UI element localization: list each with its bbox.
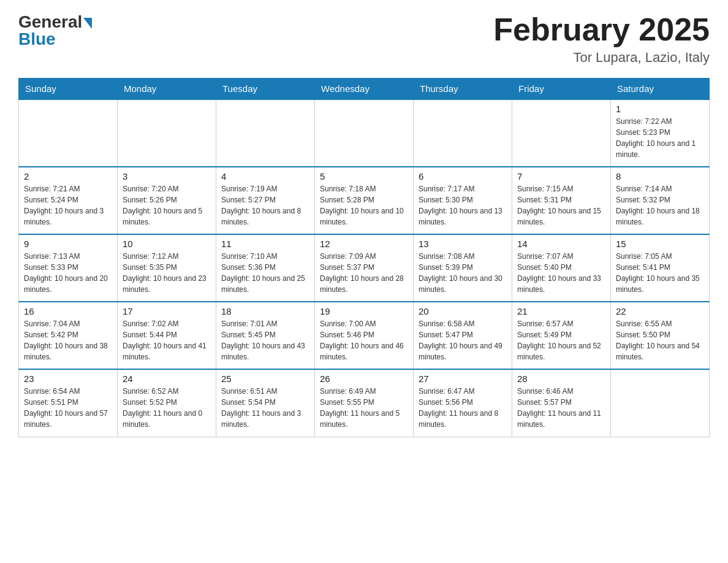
day-info: Sunrise: 7:21 AMSunset: 5:24 PMDaylight:… [24, 183, 112, 228]
day-number: 17 [123, 306, 211, 316]
week-row-1: 1Sunrise: 7:22 AMSunset: 5:23 PMDaylight… [19, 99, 710, 167]
day-cell: 7Sunrise: 7:15 AMSunset: 5:31 PMDaylight… [512, 167, 611, 234]
day-cell [611, 369, 710, 437]
day-cell [512, 99, 611, 167]
day-info: Sunrise: 6:52 AMSunset: 5:52 PMDaylight:… [123, 386, 211, 430]
day-number: 27 [419, 373, 507, 384]
day-number: 5 [320, 171, 408, 182]
day-cell: 13Sunrise: 7:08 AMSunset: 5:39 PMDayligh… [414, 234, 512, 302]
logo: General Blue [18, 12, 92, 49]
day-cell: 22Sunrise: 6:55 AMSunset: 5:50 PMDayligh… [611, 302, 710, 369]
day-info: Sunrise: 7:10 AMSunset: 5:36 PMDaylight:… [221, 251, 309, 295]
title-block: February 2025 Tor Lupara, Lazio, Italy [493, 12, 710, 66]
day-cell: 5Sunrise: 7:18 AMSunset: 5:28 PMDaylight… [315, 167, 414, 234]
day-info: Sunrise: 7:18 AMSunset: 5:28 PMDaylight:… [320, 183, 408, 228]
day-cell: 17Sunrise: 7:02 AMSunset: 5:44 PMDayligh… [118, 302, 216, 369]
day-cell: 14Sunrise: 7:07 AMSunset: 5:40 PMDayligh… [512, 234, 611, 302]
col-monday: Monday [118, 79, 216, 100]
day-info: Sunrise: 6:46 AMSunset: 5:57 PMDaylight:… [517, 386, 605, 430]
day-info: Sunrise: 7:00 AMSunset: 5:46 PMDaylight:… [320, 318, 408, 362]
logo-arrow-icon [83, 18, 92, 29]
day-number: 12 [320, 239, 408, 249]
day-info: Sunrise: 7:08 AMSunset: 5:39 PMDaylight:… [419, 251, 507, 295]
day-number: 24 [123, 373, 211, 384]
day-cell: 26Sunrise: 6:49 AMSunset: 5:55 PMDayligh… [315, 369, 414, 437]
day-info: Sunrise: 7:20 AMSunset: 5:26 PMDaylight:… [123, 183, 211, 228]
day-cell [414, 99, 512, 167]
calendar-table: Sunday Monday Tuesday Wednesday Thursday… [18, 78, 710, 437]
day-cell: 11Sunrise: 7:10 AMSunset: 5:36 PMDayligh… [216, 234, 315, 302]
col-thursday: Thursday [414, 79, 512, 100]
col-saturday: Saturday [611, 79, 710, 100]
day-info: Sunrise: 6:58 AMSunset: 5:47 PMDaylight:… [419, 318, 507, 362]
day-number: 3 [123, 171, 211, 182]
day-cell: 3Sunrise: 7:20 AMSunset: 5:26 PMDaylight… [118, 167, 216, 234]
col-sunday: Sunday [19, 79, 118, 100]
day-cell: 8Sunrise: 7:14 AMSunset: 5:32 PMDaylight… [611, 167, 710, 234]
day-cell [315, 99, 414, 167]
day-info: Sunrise: 7:04 AMSunset: 5:42 PMDaylight:… [24, 318, 112, 362]
week-row-4: 16Sunrise: 7:04 AMSunset: 5:42 PMDayligh… [19, 302, 710, 369]
week-row-5: 23Sunrise: 6:54 AMSunset: 5:51 PMDayligh… [19, 369, 710, 437]
col-tuesday: Tuesday [216, 79, 315, 100]
day-cell: 18Sunrise: 7:01 AMSunset: 5:45 PMDayligh… [216, 302, 315, 369]
day-number: 4 [221, 171, 309, 182]
day-number: 11 [221, 239, 309, 249]
calendar-subtitle: Tor Lupara, Lazio, Italy [493, 50, 710, 66]
day-info: Sunrise: 6:57 AMSunset: 5:49 PMDaylight:… [517, 318, 605, 362]
day-cell: 12Sunrise: 7:09 AMSunset: 5:37 PMDayligh… [315, 234, 414, 302]
day-info: Sunrise: 7:13 AMSunset: 5:33 PMDaylight:… [24, 251, 112, 295]
day-info: Sunrise: 7:22 AMSunset: 5:23 PMDaylight:… [616, 116, 704, 160]
day-number: 23 [24, 373, 112, 384]
day-info: Sunrise: 7:15 AMSunset: 5:31 PMDaylight:… [517, 183, 605, 228]
logo-blue-text: Blue [18, 29, 56, 49]
day-cell: 20Sunrise: 6:58 AMSunset: 5:47 PMDayligh… [414, 302, 512, 369]
day-number: 10 [123, 239, 211, 249]
day-cell: 28Sunrise: 6:46 AMSunset: 5:57 PMDayligh… [512, 369, 611, 437]
col-friday: Friday [512, 79, 611, 100]
day-cell: 21Sunrise: 6:57 AMSunset: 5:49 PMDayligh… [512, 302, 611, 369]
day-number: 21 [517, 306, 605, 316]
day-number: 25 [221, 373, 309, 384]
day-cell [19, 99, 118, 167]
day-number: 16 [24, 306, 112, 316]
day-number: 9 [24, 239, 112, 249]
day-number: 18 [221, 306, 309, 316]
day-cell: 19Sunrise: 7:00 AMSunset: 5:46 PMDayligh… [315, 302, 414, 369]
day-cell: 24Sunrise: 6:52 AMSunset: 5:52 PMDayligh… [118, 369, 216, 437]
day-cell: 16Sunrise: 7:04 AMSunset: 5:42 PMDayligh… [19, 302, 118, 369]
day-number: 14 [517, 239, 605, 249]
week-row-3: 9Sunrise: 7:13 AMSunset: 5:33 PMDaylight… [19, 234, 710, 302]
day-info: Sunrise: 6:51 AMSunset: 5:54 PMDaylight:… [221, 386, 309, 430]
week-row-2: 2Sunrise: 7:21 AMSunset: 5:24 PMDaylight… [19, 167, 710, 234]
day-cell: 27Sunrise: 6:47 AMSunset: 5:56 PMDayligh… [414, 369, 512, 437]
day-number: 1 [616, 104, 704, 114]
calendar-header-row: Sunday Monday Tuesday Wednesday Thursday… [19, 79, 710, 100]
day-info: Sunrise: 7:12 AMSunset: 5:35 PMDaylight:… [123, 251, 211, 295]
day-info: Sunrise: 7:07 AMSunset: 5:40 PMDaylight:… [517, 251, 605, 295]
day-number: 8 [616, 171, 704, 182]
day-cell [118, 99, 216, 167]
day-info: Sunrise: 6:55 AMSunset: 5:50 PMDaylight:… [616, 318, 704, 362]
day-cell: 6Sunrise: 7:17 AMSunset: 5:30 PMDaylight… [414, 167, 512, 234]
day-cell: 23Sunrise: 6:54 AMSunset: 5:51 PMDayligh… [19, 369, 118, 437]
day-info: Sunrise: 6:47 AMSunset: 5:56 PMDaylight:… [419, 386, 507, 430]
day-number: 20 [419, 306, 507, 316]
calendar-title: February 2025 [493, 12, 710, 47]
day-info: Sunrise: 6:54 AMSunset: 5:51 PMDaylight:… [24, 386, 112, 430]
day-info: Sunrise: 7:14 AMSunset: 5:32 PMDaylight:… [616, 183, 704, 228]
day-info: Sunrise: 7:02 AMSunset: 5:44 PMDaylight:… [123, 318, 211, 362]
day-cell: 1Sunrise: 7:22 AMSunset: 5:23 PMDaylight… [611, 99, 710, 167]
day-number: 15 [616, 239, 704, 249]
day-number: 28 [517, 373, 605, 384]
day-info: Sunrise: 6:49 AMSunset: 5:55 PMDaylight:… [320, 386, 408, 430]
day-info: Sunrise: 7:09 AMSunset: 5:37 PMDaylight:… [320, 251, 408, 295]
day-cell: 9Sunrise: 7:13 AMSunset: 5:33 PMDaylight… [19, 234, 118, 302]
day-number: 22 [616, 306, 704, 316]
day-cell: 4Sunrise: 7:19 AMSunset: 5:27 PMDaylight… [216, 167, 315, 234]
day-cell: 2Sunrise: 7:21 AMSunset: 5:24 PMDaylight… [19, 167, 118, 234]
day-cell [216, 99, 315, 167]
day-info: Sunrise: 7:05 AMSunset: 5:41 PMDaylight:… [616, 251, 704, 295]
page-header: General Blue February 2025 Tor Lupara, L… [18, 12, 710, 66]
day-cell: 25Sunrise: 6:51 AMSunset: 5:54 PMDayligh… [216, 369, 315, 437]
